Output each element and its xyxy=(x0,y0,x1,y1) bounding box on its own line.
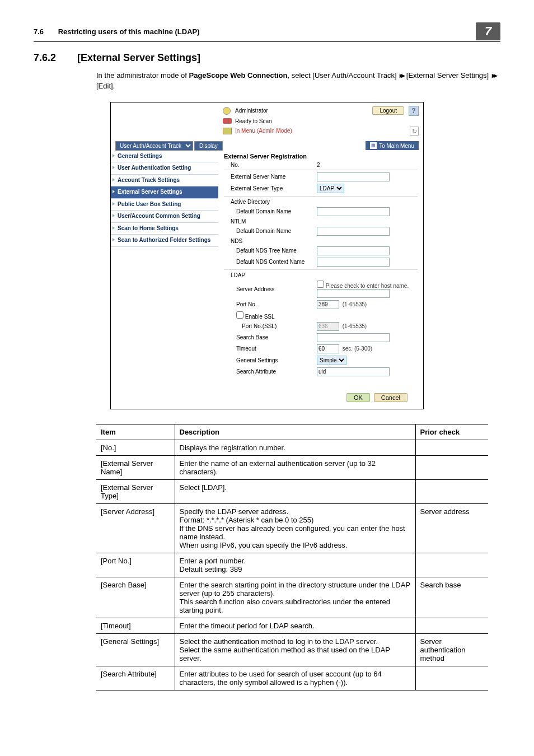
ssl-port-hint: (1-65535) xyxy=(343,323,367,329)
table-row: [Port No.]Enter a port number. Default s… xyxy=(96,553,488,577)
field-ext-type-label: External Server Type xyxy=(224,185,313,192)
sidebar-item-account-track[interactable]: Account Track Settings xyxy=(111,175,218,187)
field-general-settings-label: General Settings xyxy=(224,357,313,363)
intro-text: In the administrator mode of PageScope W… xyxy=(96,71,500,92)
field-server-address-label: Server Address xyxy=(224,286,313,292)
field-ntlm-domain-label: Default Domain Name xyxy=(224,228,313,234)
admin-icon xyxy=(223,107,231,115)
menu-square-icon: ▦ xyxy=(370,142,377,149)
refresh-icon[interactable]: ↻ xyxy=(410,127,419,136)
timeout-input[interactable] xyxy=(317,344,339,353)
field-no-label: No. xyxy=(224,162,313,168)
section-number: 7.6 xyxy=(34,27,44,36)
subsection-title: [External Server Settings] xyxy=(77,52,200,64)
sidebar-item-common[interactable]: User/Account Common Setting xyxy=(111,211,218,223)
table-row: [General Settings]Select the authenticat… xyxy=(96,633,488,666)
group-ldap: LDAP xyxy=(224,272,313,278)
menu-icon xyxy=(223,128,232,134)
table-row: [External Server Type]Select [LDAP]. xyxy=(96,479,488,503)
enable-ssl-checkbox[interactable] xyxy=(236,311,243,319)
sidebar: General Settings User Authentication Set… xyxy=(111,151,218,385)
table-row: [Search Base]Enter the search starting p… xyxy=(96,577,488,618)
arrow-icon: ▸▸ xyxy=(400,71,403,81)
web-connection-screenshot: Administrator Logout ? Ready to Scan In … xyxy=(110,102,424,409)
nds-tree-input[interactable] xyxy=(317,246,390,255)
ntlm-domain-input[interactable] xyxy=(317,227,390,236)
sidebar-item-external-server[interactable]: External Server Settings xyxy=(111,186,218,199)
host-name-checkbox[interactable] xyxy=(317,281,324,288)
col-prior-check: Prior check xyxy=(415,424,488,440)
field-nds-context-label: Default NDS Context Name xyxy=(224,259,313,265)
port-input[interactable] xyxy=(317,300,339,309)
nds-context-input[interactable] xyxy=(317,258,390,267)
external-server-name-input[interactable] xyxy=(317,172,390,181)
search-attribute-input[interactable] xyxy=(317,367,390,376)
page-header: 7.6 Restricting users of this machine (L… xyxy=(34,22,500,42)
field-port-label: Port No. xyxy=(224,301,313,307)
sidebar-item-public-user-box[interactable]: Public User Box Setting xyxy=(111,199,218,211)
arrow-icon: ▸▸ xyxy=(492,71,495,81)
panel-title: External Server Registration xyxy=(224,153,418,160)
cancel-button[interactable]: Cancel xyxy=(374,393,407,402)
status-text: Ready to Scan xyxy=(235,118,272,124)
field-ssl-port-label: Port No.(SSL) xyxy=(224,323,313,329)
table-row: [External Server Name]Enter the name of … xyxy=(96,455,488,479)
menu-mode-link[interactable]: In Menu (Admin Mode) xyxy=(235,128,292,134)
sidebar-item-general[interactable]: General Settings xyxy=(111,151,218,163)
field-timeout-label: Timeout xyxy=(224,346,313,352)
server-address-input[interactable] xyxy=(317,289,390,298)
table-row: [No.]Displays the registration number. xyxy=(96,440,488,455)
to-main-menu-button[interactable]: ▦ To Main Menu xyxy=(366,141,419,150)
search-base-input[interactable] xyxy=(317,333,390,342)
table-row: [Search Attribute]Enter attributes to be… xyxy=(96,666,488,690)
chapter-badge: 7 xyxy=(476,22,500,40)
category-dropdown[interactable]: User Auth/Account Track xyxy=(115,141,193,151)
sidebar-item-scan-home[interactable]: Scan to Home Settings xyxy=(111,223,218,235)
field-search-base-label: Search Base xyxy=(224,334,313,340)
group-ntlm: NTLM xyxy=(224,218,313,225)
external-server-type-select[interactable]: LDAP xyxy=(317,184,344,193)
ok-button[interactable]: OK xyxy=(346,393,370,402)
table-row: [Timeout]Enter the timeout period for LD… xyxy=(96,618,488,633)
field-no-value: 2 xyxy=(317,162,320,168)
help-icon[interactable]: ? xyxy=(409,106,419,116)
sidebar-item-user-auth[interactable]: User Authentication Setting xyxy=(111,162,218,175)
timeout-hint: sec. (5-300) xyxy=(343,346,372,352)
main-panel: External Server Registration No. 2 Exter… xyxy=(218,151,423,385)
group-active-directory: Active Directory xyxy=(224,199,313,205)
status-icon xyxy=(223,118,232,124)
section-title: Restricting users of this machine (LDAP) xyxy=(58,27,200,36)
port-hint: (1-65535) xyxy=(343,301,367,307)
field-ad-domain-label: Default Domain Name xyxy=(224,208,313,214)
ad-domain-input[interactable] xyxy=(317,207,390,216)
subsection-number: 7.6.2 xyxy=(34,52,62,64)
admin-label: Administrator xyxy=(235,108,268,114)
display-button[interactable]: Display xyxy=(194,141,223,151)
logout-button[interactable]: Logout xyxy=(372,106,404,115)
description-table: Item Description Prior check [No.]Displa… xyxy=(96,424,488,690)
sidebar-item-scan-auth-folder[interactable]: Scan to Authorized Folder Settings xyxy=(111,235,218,247)
field-nds-tree-label: Default NDS Tree Name xyxy=(224,248,313,254)
table-row: [Server Address]Specify the LDAP server … xyxy=(96,503,488,553)
group-nds: NDS xyxy=(224,238,313,244)
col-description: Description xyxy=(175,424,415,440)
field-ext-name-label: External Server Name xyxy=(224,174,313,180)
ssl-port-input xyxy=(317,322,339,331)
enable-ssl-checkbox-label[interactable]: Enable SSL xyxy=(236,314,275,320)
col-item: Item xyxy=(96,424,175,440)
field-search-attr-label: Search Attribute xyxy=(224,368,313,375)
general-settings-select[interactable]: Simple xyxy=(317,356,346,365)
